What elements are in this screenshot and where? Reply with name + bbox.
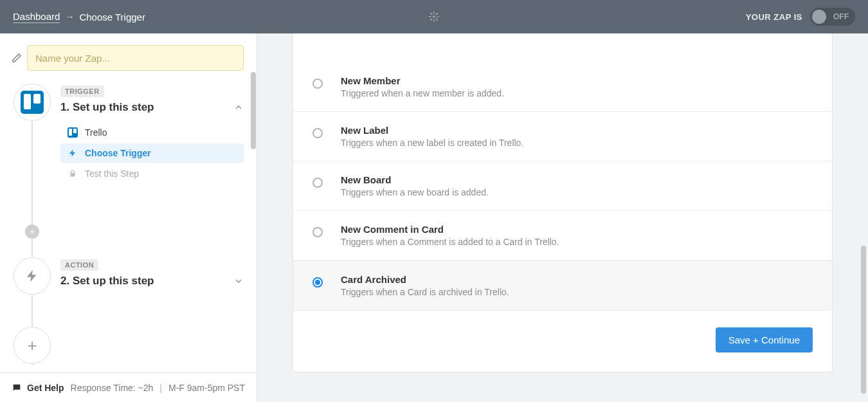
chevron-up-icon	[233, 102, 244, 113]
option-new-board[interactable]: New Board Triggers when a new board is a…	[293, 161, 832, 211]
bolt-gray-icon	[25, 269, 39, 283]
option-desc: Triggers when a new label is created in …	[341, 138, 523, 148]
svg-rect-3	[429, 16, 431, 17]
svg-rect-5	[430, 12, 433, 15]
zap-toggle[interactable]: OFF	[810, 8, 855, 26]
radio-icon	[312, 227, 323, 237]
sidebar: Name your Zap... TRIGGER 1. Set up this …	[0, 33, 257, 402]
option-desc: Triggers when a new board is added.	[341, 187, 489, 197]
pencil-icon[interactable]	[12, 53, 22, 63]
action-tag: ACTION	[60, 259, 98, 271]
step2-title-text: 2. Set up this step	[60, 275, 154, 288]
add-step-between-button[interactable]: +	[25, 224, 39, 239]
get-help-label: Get Help	[27, 383, 64, 393]
option-desc: Triggers when a Comment is added to a Ca…	[341, 237, 559, 247]
substep-app-label: Trello	[85, 127, 107, 138]
option-title: Card Archived	[341, 274, 509, 285]
breadcrumb-current: Choose Trigger	[79, 12, 145, 23]
option-title: New Comment in Card	[341, 224, 559, 235]
plus-large-icon: +	[27, 336, 37, 356]
hours-text: M-F 9am-5pm PST	[168, 383, 245, 393]
header-status: YOUR ZAP IS OFF	[746, 8, 855, 26]
content-scrollbar[interactable]	[861, 246, 866, 394]
trigger-options-list: New Member Triggered when a new member i…	[293, 39, 832, 311]
footer-separator: |	[159, 383, 162, 393]
substep-app[interactable]: Trello	[60, 123, 244, 142]
app-header: Dashboard → Choose Trigger YOUR ZAP IS O…	[0, 0, 868, 33]
step1-title[interactable]: 1. Set up this step	[60, 101, 244, 114]
chat-icon	[12, 383, 22, 393]
option-title: New Member	[341, 75, 504, 86]
option-desc: Triggered when a new member is added.	[341, 88, 504, 98]
toggle-knob	[812, 10, 826, 24]
step1-title-text: 1. Set up this step	[60, 101, 154, 114]
step1-app-bubble[interactable]	[14, 84, 51, 121]
radio-icon	[312, 128, 323, 138]
svg-rect-6	[435, 18, 438, 21]
substep-test[interactable]: Test this Step	[60, 164, 244, 183]
breadcrumb-arrow-icon: →	[65, 12, 74, 22]
chevron-down-icon	[233, 276, 244, 286]
substep-choose-trigger-label: Choose Trigger	[85, 148, 151, 158]
step2-title[interactable]: 2. Set up this step	[60, 275, 244, 288]
bolt-icon	[67, 149, 78, 158]
option-title: New Label	[341, 125, 523, 136]
breadcrumb: Dashboard → Choose Trigger	[13, 11, 145, 23]
option-new-member[interactable]: New Member Triggered when a new member i…	[293, 62, 832, 112]
svg-rect-8	[430, 18, 433, 21]
content-area: New Member Triggered when a new member i…	[257, 33, 868, 402]
radio-icon	[312, 178, 323, 188]
trello-small-icon	[67, 127, 78, 138]
svg-point-0	[433, 15, 435, 18]
trigger-options-card: New Member Triggered when a new member i…	[293, 33, 833, 372]
sidebar-footer: Get Help Response Time: ~2h | M-F 9am-5p…	[0, 372, 257, 402]
substep-test-label: Test this Step	[85, 169, 139, 179]
radio-icon	[312, 78, 323, 89]
plus-icon: +	[30, 227, 35, 236]
trigger-tag: TRIGGER	[60, 86, 104, 97]
option-new-comment[interactable]: New Comment in Card Triggers when a Comm…	[293, 211, 832, 260]
svg-rect-4	[437, 16, 439, 17]
substep-choose-trigger[interactable]: Choose Trigger	[60, 143, 244, 163]
response-time-text: Response Time: ~2h	[71, 383, 154, 393]
option-title: New Board	[341, 174, 489, 185]
zap-status-label: YOUR ZAP IS	[746, 12, 802, 22]
option-card-archived[interactable]: Card Archived Triggers when a Card is ar…	[293, 260, 832, 311]
get-help-link[interactable]: Get Help	[12, 383, 64, 393]
add-step-button[interactable]: +	[14, 327, 51, 364]
svg-rect-1	[433, 12, 435, 14]
trello-icon	[21, 91, 44, 114]
zap-name-input[interactable]: Name your Zap...	[27, 45, 244, 71]
svg-rect-7	[435, 12, 438, 15]
radio-icon	[312, 277, 323, 288]
option-desc: Triggers when a Card is archived in Trel…	[341, 287, 509, 297]
step2-bubble[interactable]	[14, 257, 51, 295]
save-continue-button[interactable]: Save + Continue	[716, 327, 813, 352]
lock-icon	[67, 170, 78, 178]
breadcrumb-dashboard[interactable]: Dashboard	[13, 11, 60, 23]
option-new-label[interactable]: New Label Triggers when a new label is c…	[293, 112, 832, 161]
zapier-logo-icon	[428, 10, 440, 23]
svg-rect-2	[433, 19, 435, 22]
toggle-text: OFF	[833, 12, 849, 21]
